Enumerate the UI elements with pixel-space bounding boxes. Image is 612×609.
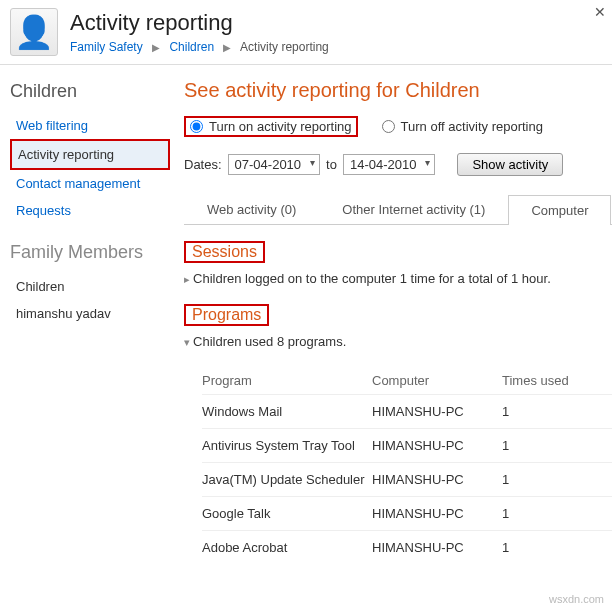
chevron-right-icon: ▶ bbox=[152, 42, 160, 53]
reporting-toggle: Turn on activity reporting Turn off acti… bbox=[184, 116, 612, 137]
user-avatar-icon: 👤 bbox=[10, 8, 58, 56]
breadcrumb-root[interactable]: Family Safety bbox=[70, 40, 143, 54]
tabs: Web activity (0) Other Internet activity… bbox=[184, 194, 612, 225]
sidebar-item-activity-reporting[interactable]: Activity reporting bbox=[10, 139, 170, 170]
radio-off[interactable] bbox=[382, 120, 395, 133]
radio-on-wrap[interactable]: Turn on activity reporting bbox=[184, 116, 358, 137]
tab-web-activity[interactable]: Web activity (0) bbox=[184, 194, 319, 224]
main-content: See activity reporting for Children Turn… bbox=[170, 65, 612, 574]
date-to-select[interactable]: 14-04-2010 bbox=[343, 154, 436, 175]
col-times: Times used bbox=[502, 373, 582, 388]
breadcrumb: Family Safety ▶ Children ▶ Activity repo… bbox=[70, 40, 602, 54]
sidebar-members-heading: Family Members bbox=[10, 242, 170, 263]
header-text: Activity reporting Family Safety ▶ Child… bbox=[70, 10, 602, 54]
sessions-heading: Sessions bbox=[184, 241, 265, 263]
sidebar-member-children[interactable]: Children bbox=[10, 273, 170, 300]
table-row[interactable]: Google Talk HIMANSHU-PC 1 bbox=[202, 496, 612, 530]
breadcrumb-leaf: Activity reporting bbox=[240, 40, 329, 54]
close-icon[interactable]: ✕ bbox=[594, 4, 606, 20]
sidebar-member-himanshu[interactable]: himanshu yadav bbox=[10, 300, 170, 327]
programs-summary[interactable]: Children used 8 programs. bbox=[184, 334, 612, 349]
table-row[interactable]: Antivirus System Tray Tool HIMANSHU-PC 1 bbox=[202, 428, 612, 462]
radio-on[interactable] bbox=[190, 120, 203, 133]
sessions-summary[interactable]: Children logged on to the computer 1 tim… bbox=[184, 271, 612, 286]
breadcrumb-children[interactable]: Children bbox=[169, 40, 214, 54]
page-title: Activity reporting bbox=[70, 10, 602, 36]
date-to-label: to bbox=[326, 157, 337, 172]
header: 👤 Activity reporting Family Safety ▶ Chi… bbox=[0, 0, 612, 65]
table-row[interactable]: Windows Mail HIMANSHU-PC 1 bbox=[202, 394, 612, 428]
tab-computer[interactable]: Computer bbox=[508, 195, 611, 225]
table-header: Program Computer Times used bbox=[202, 367, 612, 394]
table-row[interactable]: Java(TM) Update Scheduler HIMANSHU-PC 1 bbox=[202, 462, 612, 496]
sidebar-item-requests[interactable]: Requests bbox=[10, 197, 170, 224]
show-activity-button[interactable]: Show activity bbox=[457, 153, 563, 176]
sidebar-item-web-filtering[interactable]: Web filtering bbox=[10, 112, 170, 139]
body: Children Web filtering Activity reportin… bbox=[0, 65, 612, 574]
programs-heading: Programs bbox=[184, 304, 269, 326]
sidebar: Children Web filtering Activity reportin… bbox=[0, 65, 170, 574]
chevron-right-icon: ▶ bbox=[223, 42, 231, 53]
radio-off-wrap[interactable]: Turn off activity reporting bbox=[382, 119, 543, 134]
sidebar-heading: Children bbox=[10, 81, 170, 102]
col-computer: Computer bbox=[372, 373, 502, 388]
sidebar-item-contact-management[interactable]: Contact management bbox=[10, 170, 170, 197]
date-from-select[interactable]: 07-04-2010 bbox=[228, 154, 321, 175]
radio-off-label: Turn off activity reporting bbox=[401, 119, 543, 134]
radio-on-label: Turn on activity reporting bbox=[209, 119, 352, 134]
tab-other-internet[interactable]: Other Internet activity (1) bbox=[319, 194, 508, 224]
dates-label: Dates: bbox=[184, 157, 222, 172]
programs-table: Program Computer Times used Windows Mail… bbox=[202, 367, 612, 564]
dates-row: Dates: 07-04-2010 to 14-04-2010 Show act… bbox=[184, 153, 612, 176]
col-program: Program bbox=[202, 373, 372, 388]
table-row[interactable]: Adobe Acrobat HIMANSHU-PC 1 bbox=[202, 530, 612, 564]
main-title: See activity reporting for Children bbox=[184, 79, 612, 102]
